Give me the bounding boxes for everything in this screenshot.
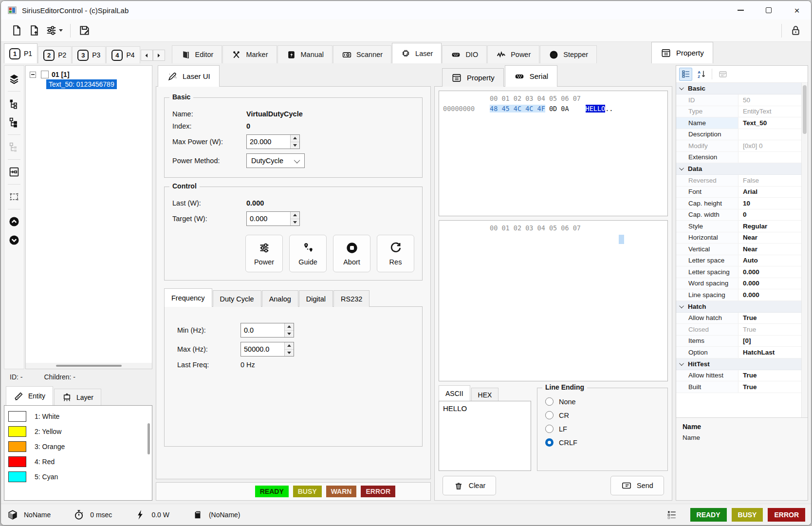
power-method-select[interactable]: DutyCycle bbox=[246, 153, 305, 168]
send-text-input[interactable]: HELLO bbox=[439, 401, 531, 470]
radio-lf[interactable] bbox=[545, 425, 554, 433]
property-row[interactable]: FontArial bbox=[676, 187, 808, 198]
property-row[interactable]: Cap. width0 bbox=[676, 209, 808, 221]
tree-checkbox[interactable] bbox=[41, 71, 49, 78]
property-value[interactable]: Regular bbox=[738, 221, 808, 232]
layers-button[interactable] bbox=[6, 70, 22, 88]
property-value[interactable]: True bbox=[738, 381, 808, 393]
tab-manual[interactable]: Manual bbox=[277, 45, 333, 63]
max-power-input[interactable] bbox=[247, 135, 290, 149]
tab-rs232[interactable]: RS232 bbox=[333, 290, 369, 307]
property-row[interactable]: Cap. height10 bbox=[676, 198, 808, 209]
tab-laser-ui[interactable]: Laser UI bbox=[158, 65, 220, 87]
sort-alphabetical-button[interactable]: AZ bbox=[695, 68, 708, 81]
serial-send-hexview[interactable]: 00 01 02 03 04 05 06 07 bbox=[439, 220, 668, 381]
property-row[interactable]: Allow hatchTrue bbox=[676, 313, 808, 324]
property-value[interactable]: [0x0] 0 bbox=[738, 140, 808, 151]
maximize-button[interactable] bbox=[755, 1, 783, 19]
property-row[interactable]: NameText_50 bbox=[676, 117, 808, 129]
property-value[interactable]: 10 bbox=[738, 198, 808, 209]
property-row[interactable]: StyleRegular bbox=[676, 221, 808, 232]
property-row[interactable]: Line spacing0.000 bbox=[676, 289, 808, 301]
property-row[interactable]: ID50 bbox=[676, 94, 808, 106]
line-ending-option-crlf[interactable]: CRLF bbox=[545, 438, 660, 447]
lock-button[interactable] bbox=[787, 22, 804, 39]
line-ending-option-lf[interactable]: LF bbox=[545, 425, 660, 433]
new-document-button[interactable] bbox=[8, 22, 25, 39]
property-row[interactable]: Allow hittestTrue bbox=[676, 370, 808, 382]
property-grid-scrollbar[interactable] bbox=[801, 83, 808, 417]
radio-cr[interactable] bbox=[545, 411, 554, 419]
palette-item[interactable]: 1: White bbox=[8, 409, 152, 424]
send-text-box[interactable]: HELLO bbox=[439, 401, 531, 471]
spin-up-button[interactable] bbox=[285, 323, 294, 331]
categorized-button[interactable] bbox=[679, 68, 692, 81]
abort-button[interactable]: Abort bbox=[333, 235, 370, 272]
tab-power[interactable]: Power bbox=[487, 45, 539, 63]
property-value[interactable]: Near bbox=[738, 232, 808, 244]
tab-analog[interactable]: Analog bbox=[262, 290, 298, 307]
property-category-hatch[interactable]: Hatch bbox=[676, 301, 808, 313]
tab-hex[interactable]: HEX bbox=[471, 388, 499, 401]
move-down-button[interactable] bbox=[6, 231, 22, 249]
min-hz-input[interactable] bbox=[241, 323, 284, 337]
minimize-button[interactable] bbox=[726, 1, 755, 19]
import-button[interactable] bbox=[6, 163, 22, 181]
group-button[interactable] bbox=[6, 113, 22, 132]
spin-up-button[interactable] bbox=[291, 135, 299, 142]
property-value[interactable]: Arial bbox=[738, 187, 808, 198]
property-category-hittest[interactable]: HitTest bbox=[676, 358, 808, 370]
property-row[interactable]: ClosedTrue bbox=[676, 324, 808, 336]
property-value[interactable]: 0.000 bbox=[738, 289, 808, 301]
property-category-data[interactable]: Data bbox=[676, 163, 808, 175]
property-row[interactable]: Letter spaceAuto bbox=[676, 255, 808, 267]
tab-marker[interactable]: Marker bbox=[222, 45, 277, 63]
send-button[interactable]: Send bbox=[610, 476, 664, 495]
property-row[interactable]: Modify[0x0] 0 bbox=[676, 140, 808, 152]
line-ending-option-cr[interactable]: CR bbox=[545, 411, 660, 419]
property-row[interactable]: BuiltTrue bbox=[676, 381, 808, 393]
log-list-icon[interactable] bbox=[666, 509, 678, 521]
spin-down-button[interactable] bbox=[291, 142, 299, 149]
tab-dio[interactable]: DIO bbox=[442, 45, 487, 63]
palette-item[interactable]: 2: Yellow bbox=[8, 424, 152, 439]
tree-expander[interactable] bbox=[30, 72, 36, 78]
property-value[interactable]: Text_50 bbox=[738, 117, 808, 129]
tab-property-panel[interactable]: Property bbox=[651, 42, 713, 63]
property-value[interactable]: 50 bbox=[738, 94, 808, 106]
spin-up-button[interactable] bbox=[291, 212, 299, 219]
property-value[interactable] bbox=[738, 152, 808, 163]
property-value[interactable] bbox=[738, 129, 808, 140]
palette-scrollbar[interactable] bbox=[146, 406, 151, 500]
line-ending-option-none[interactable]: None bbox=[545, 397, 660, 406]
property-value[interactable]: 0.000 bbox=[738, 278, 808, 289]
radio-none[interactable] bbox=[545, 397, 554, 406]
page-tabs-scroll-left[interactable] bbox=[141, 50, 153, 61]
spin-down-button[interactable] bbox=[285, 350, 294, 357]
target-w-stepper[interactable] bbox=[246, 211, 300, 226]
tree-horizontal-scrollbar[interactable] bbox=[26, 363, 152, 369]
tree-root-row[interactable]: 01 [1] bbox=[30, 71, 148, 78]
property-row[interactable]: TypeEntityText bbox=[676, 106, 808, 118]
property-row[interactable]: OptionHatchLast bbox=[676, 347, 808, 358]
tab-scanner[interactable]: Scanner bbox=[333, 45, 391, 63]
page-tab-p3[interactable]: 3P3 bbox=[72, 46, 106, 63]
tab-serial[interactable]: Serial bbox=[505, 65, 557, 87]
settings-button[interactable] bbox=[43, 22, 65, 39]
tab-laser[interactable]: Laser bbox=[392, 43, 442, 63]
tab-entity[interactable]: Entity bbox=[6, 386, 53, 405]
page-tab-p4[interactable]: 4P4 bbox=[106, 46, 140, 63]
tab-layer[interactable]: Layer bbox=[54, 389, 101, 405]
property-value[interactable]: [0] bbox=[738, 336, 808, 347]
page-tab-p2[interactable]: 2P2 bbox=[38, 46, 72, 63]
target-w-input[interactable] bbox=[247, 212, 290, 225]
guide-button[interactable]: Guide bbox=[289, 235, 327, 272]
spin-down-button[interactable] bbox=[291, 219, 299, 226]
tab-stepper[interactable]: MStepper bbox=[540, 45, 597, 63]
max-power-stepper[interactable] bbox=[246, 134, 300, 149]
tab-digital[interactable]: Digital bbox=[299, 290, 333, 307]
max-hz-input[interactable] bbox=[241, 342, 284, 356]
select-region-button[interactable] bbox=[6, 188, 22, 206]
spin-down-button[interactable] bbox=[285, 331, 294, 338]
tree-selected-item[interactable]: Text_50: 0123456789 bbox=[46, 79, 117, 89]
